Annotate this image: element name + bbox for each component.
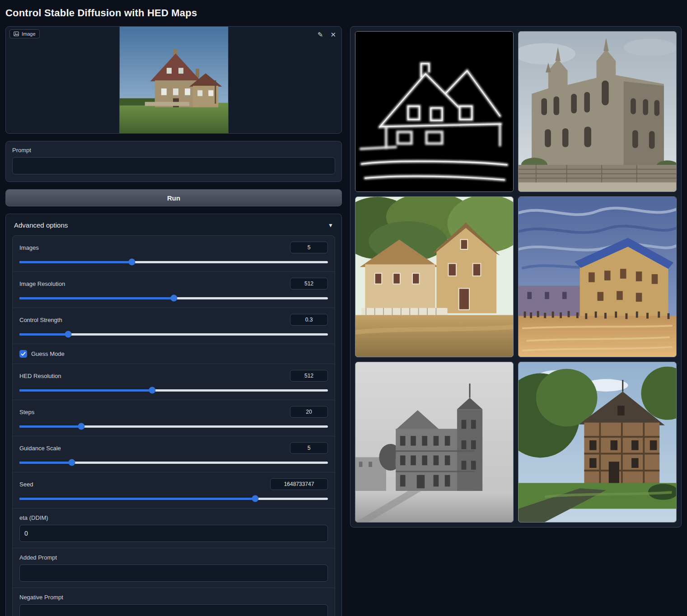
control-strength-value-input[interactable] bbox=[290, 314, 328, 326]
guess-mode-row: Guess Mode bbox=[13, 344, 335, 364]
guidance-scale-value-input[interactable] bbox=[290, 442, 328, 454]
seed-slider[interactable] bbox=[19, 495, 328, 502]
slider-fill bbox=[19, 498, 255, 500]
slider-row-image-resolution: Image Resolution bbox=[13, 272, 335, 308]
gallery-item-impressionist[interactable] bbox=[518, 196, 677, 357]
slider-fill bbox=[19, 462, 72, 464]
prompt-label: Prompt bbox=[12, 147, 335, 154]
slider-row-guidance-scale: Guidance Scale bbox=[13, 436, 335, 472]
slider-thumb[interactable] bbox=[69, 459, 75, 466]
slider-row-control-strength: Control Strength bbox=[13, 308, 335, 344]
advanced-options-label: Advanced options bbox=[14, 221, 68, 229]
negative-prompt-input[interactable] bbox=[19, 604, 328, 616]
image-label-badge: Image bbox=[9, 29, 40, 38]
guidance-scale-slider[interactable] bbox=[19, 459, 328, 466]
guess-mode-label: Guess Mode bbox=[31, 350, 65, 357]
slider-row-steps: Steps bbox=[13, 400, 335, 436]
image-resolution-slider[interactable] bbox=[19, 294, 328, 302]
advanced-options-accordion[interactable]: Advanced options ▼ bbox=[12, 220, 335, 235]
eta-label: eta (DDIM) bbox=[19, 514, 328, 521]
slider-thumb[interactable] bbox=[65, 331, 71, 338]
slider-fill bbox=[19, 333, 68, 336]
guess-mode-checkbox[interactable] bbox=[19, 350, 27, 358]
gallery-item-cathedral[interactable] bbox=[518, 31, 677, 192]
image-resolution-value-input[interactable] bbox=[290, 278, 328, 289]
hed-resolution-label: HED Resolution bbox=[19, 373, 61, 379]
gallery-item-hed-map[interactable] bbox=[355, 31, 514, 192]
slider-fill bbox=[19, 261, 132, 263]
grayscale-building-image bbox=[355, 362, 513, 522]
seed-value-input[interactable] bbox=[270, 478, 328, 490]
cathedral-image bbox=[519, 32, 676, 191]
added-prompt-row: Added Prompt bbox=[13, 548, 335, 588]
eta-input[interactable] bbox=[19, 525, 328, 542]
main-layout: Image ✎ ✕ bbox=[5, 26, 682, 616]
advanced-form: Images Image Resolution bbox=[12, 235, 335, 616]
chevron-down-icon: ▼ bbox=[328, 222, 333, 229]
timber-house-image bbox=[519, 362, 676, 522]
slider-fill bbox=[19, 389, 152, 392]
image-resolution-label: Image Resolution bbox=[19, 280, 65, 287]
slider-row-seed: Seed bbox=[13, 472, 335, 509]
painted-cottage-image bbox=[355, 197, 513, 357]
images-slider[interactable] bbox=[19, 258, 328, 266]
page-title: Control Stable Diffusion with HED Maps bbox=[5, 7, 682, 19]
eta-row: eta (DDIM) bbox=[13, 509, 335, 548]
slider-thumb[interactable] bbox=[170, 295, 177, 302]
control-strength-label: Control Strength bbox=[19, 317, 62, 323]
control-strength-slider[interactable] bbox=[19, 331, 328, 338]
added-prompt-input[interactable] bbox=[19, 565, 328, 582]
advanced-options-panel: Advanced options ▼ Images bbox=[5, 214, 342, 616]
steps-value-input[interactable] bbox=[290, 406, 328, 418]
gallery-item-timber-house[interactable] bbox=[518, 362, 677, 523]
negative-prompt-row: Negative Prompt bbox=[13, 588, 335, 616]
uploaded-house-image bbox=[119, 27, 228, 133]
images-label: Images bbox=[19, 244, 39, 251]
steps-slider[interactable] bbox=[19, 423, 328, 430]
check-icon bbox=[21, 351, 26, 356]
edit-image-button[interactable]: ✎ bbox=[317, 30, 324, 39]
hed-resolution-slider[interactable] bbox=[19, 387, 328, 394]
slider-row-images: Images bbox=[13, 236, 335, 272]
impressionist-image bbox=[519, 197, 676, 357]
steps-label: Steps bbox=[19, 409, 34, 415]
clear-image-button[interactable]: ✕ bbox=[329, 30, 337, 39]
added-prompt-label: Added Prompt bbox=[19, 554, 328, 561]
gallery-item-grayscale[interactable] bbox=[355, 362, 514, 523]
slider-fill bbox=[19, 297, 174, 299]
slider-thumb[interactable] bbox=[252, 495, 259, 502]
image-label: Image bbox=[22, 31, 36, 37]
image-icon bbox=[14, 31, 19, 37]
image-actions: ✎ ✕ bbox=[317, 30, 337, 39]
gallery-item-painted-cottage[interactable] bbox=[355, 196, 514, 357]
house-photo bbox=[119, 27, 228, 133]
run-button[interactable]: Run bbox=[5, 189, 342, 206]
slider-thumb[interactable] bbox=[78, 423, 84, 430]
seed-label: Seed bbox=[19, 481, 33, 488]
prompt-block: Prompt bbox=[5, 141, 342, 182]
prompt-input[interactable] bbox=[12, 157, 335, 174]
controls-column: Image ✎ ✕ bbox=[5, 26, 342, 616]
guidance-scale-label: Guidance Scale bbox=[19, 445, 61, 452]
slider-thumb[interactable] bbox=[129, 259, 136, 266]
hed-resolution-value-input[interactable] bbox=[290, 370, 328, 382]
image-upload[interactable]: Image ✎ ✕ bbox=[5, 26, 342, 134]
negative-prompt-label: Negative Prompt bbox=[19, 594, 328, 601]
images-value-input[interactable] bbox=[290, 242, 328, 253]
slider-thumb[interactable] bbox=[149, 387, 155, 394]
slider-fill bbox=[19, 425, 81, 428]
slider-row-hed-resolution: HED Resolution bbox=[13, 364, 335, 400]
output-gallery bbox=[350, 26, 682, 527]
hed-edge-map-image bbox=[355, 32, 513, 191]
